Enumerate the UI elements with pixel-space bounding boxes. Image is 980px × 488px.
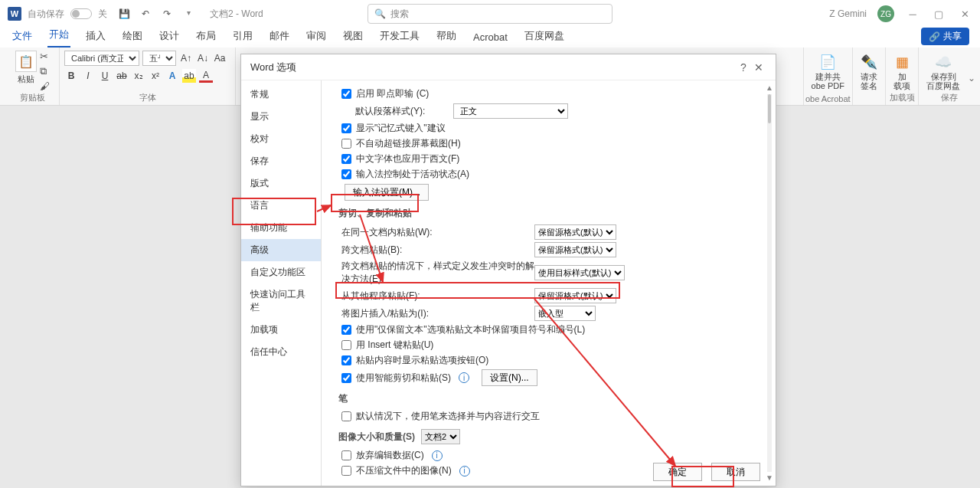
- nav-customize-ribbon[interactable]: 自定义功能区: [241, 261, 321, 283]
- font-size-select[interactable]: 五号: [142, 51, 176, 66]
- maximize-button[interactable]: ▢: [931, 8, 946, 20]
- save-icon[interactable]: 💾: [118, 8, 130, 19]
- dialog-close-icon[interactable]: ✕: [751, 61, 766, 74]
- increase-font-icon[interactable]: A↑: [179, 51, 193, 65]
- chk-enable-clicktype[interactable]: [341, 89, 351, 99]
- info-icon[interactable]: i: [459, 466, 470, 477]
- tab-review[interactable]: 审阅: [305, 26, 328, 47]
- nav-save[interactable]: 保存: [241, 150, 321, 172]
- decrease-font-icon[interactable]: A↓: [196, 51, 210, 65]
- dialog-scroll-area[interactable]: 启用 即点即输 (C) 默认段落样式(Y): 正文 显示"记忆式键入"建议 不自…: [322, 80, 765, 486]
- qat-more-icon[interactable]: ▾: [182, 8, 194, 19]
- search-placeholder: 搜索: [390, 8, 409, 21]
- tab-layout[interactable]: 布局: [194, 26, 217, 47]
- minimize-button[interactable]: ─: [905, 8, 920, 20]
- tab-references[interactable]: 引用: [231, 26, 254, 47]
- btn-smart-settings[interactable]: 设置(N)...: [482, 369, 537, 386]
- chk-no-compress[interactable]: [341, 466, 351, 476]
- format-painter-icon[interactable]: 🖌: [40, 80, 50, 92]
- chk-ime-active[interactable]: [341, 169, 351, 179]
- scroll-thumb[interactable]: [768, 94, 771, 123]
- chk-show-paste-options[interactable]: [341, 355, 351, 365]
- search-box[interactable]: 🔍 搜索: [368, 4, 612, 24]
- request-sign-button[interactable]: ✒️ 请求签名: [852, 47, 885, 105]
- tab-insert[interactable]: 插入: [84, 26, 107, 47]
- user-avatar[interactable]: ZG: [877, 5, 894, 22]
- paste-icon[interactable]: 📋: [15, 51, 37, 72]
- nav-trust[interactable]: 信任中心: [241, 341, 321, 363]
- nav-advanced[interactable]: 高级: [241, 239, 321, 261]
- nav-display[interactable]: 显示: [241, 106, 321, 128]
- italic-icon[interactable]: I: [81, 69, 95, 83]
- strike-icon[interactable]: ab: [115, 69, 129, 83]
- tab-developer[interactable]: 开发工具: [378, 26, 421, 47]
- font-color-icon[interactable]: A: [199, 69, 213, 83]
- share-button[interactable]: 🔗共享: [921, 28, 969, 45]
- copy-icon[interactable]: ⧉: [40, 65, 50, 77]
- tab-file[interactable]: 文件: [11, 26, 34, 47]
- ribbon-collapse-icon[interactable]: ⌄: [968, 73, 975, 84]
- chk-discard-editdata[interactable]: [341, 450, 351, 460]
- save-group-label: 保存: [919, 92, 980, 103]
- tab-view[interactable]: 视图: [341, 26, 364, 47]
- chk-smart-cut-paste[interactable]: [341, 373, 351, 383]
- ribbon-tabs: 文件 开始 插入 绘图 设计 布局 引用 邮件 审阅 视图 开发工具 帮助 Ac…: [0, 28, 980, 47]
- nav-general[interactable]: 常规: [241, 84, 321, 106]
- chk-pen-default[interactable]: [341, 411, 351, 421]
- change-case-icon[interactable]: Aa: [213, 51, 227, 65]
- search-icon: 🔍: [374, 8, 386, 19]
- sel-paste-otherapp[interactable]: 保留源格式(默认): [534, 288, 616, 303]
- chk-insertkey-paste[interactable]: [341, 340, 351, 350]
- sel-paste-image[interactable]: 嵌入型: [534, 306, 596, 321]
- sel-paste-crossdoc[interactable]: 保留源格式(默认): [534, 242, 616, 257]
- tab-acrobat[interactable]: Acrobat: [472, 28, 509, 47]
- nav-proofing[interactable]: 校对: [241, 128, 321, 150]
- nav-typography[interactable]: 版式: [241, 172, 321, 195]
- sel-paste-conflict[interactable]: 使用目标样式(默认): [534, 265, 625, 280]
- title-bar: W 自动保存 关 💾 ↶ ↷ ▾ 文档2 - Word 🔍 搜索 Z Gemin…: [0, 0, 980, 28]
- addins-button[interactable]: ▦ 加载项 加载项: [885, 47, 918, 105]
- sel-image-target[interactable]: 文档2: [421, 429, 460, 444]
- lbl-ime-active: 输入法控制处于活动状态(A): [356, 168, 469, 181]
- chk-keep-bullets[interactable]: [341, 325, 351, 335]
- btn-ime-settings[interactable]: 输入法设置(M)...: [345, 184, 429, 201]
- ok-button[interactable]: 确定: [653, 463, 702, 481]
- dialog-scrollbar[interactable]: ▲ ▼: [765, 84, 774, 483]
- redo-icon[interactable]: ↷: [161, 8, 173, 19]
- superscript-icon[interactable]: x²: [149, 69, 162, 83]
- underline-icon[interactable]: U: [98, 69, 112, 83]
- undo-icon[interactable]: ↶: [139, 8, 152, 19]
- info-icon[interactable]: i: [459, 372, 469, 383]
- tab-home[interactable]: 开始: [47, 25, 70, 47]
- scroll-up-icon[interactable]: ▲: [765, 84, 774, 93]
- nav-quick-access[interactable]: 快速访问工具栏: [241, 283, 321, 319]
- tab-mailings[interactable]: 邮件: [268, 26, 291, 47]
- highlight-icon[interactable]: ab: [182, 69, 196, 83]
- text-effects-icon[interactable]: A: [165, 69, 179, 83]
- nav-language[interactable]: 语言: [241, 195, 321, 217]
- chk-no-autohyperlink[interactable]: [341, 139, 351, 149]
- tab-baidu[interactable]: 百度网盘: [523, 26, 566, 47]
- font-name-select[interactable]: Calibri (西文正文): [64, 51, 139, 66]
- subscript-icon[interactable]: x₂: [132, 69, 145, 83]
- close-button[interactable]: ✕: [957, 8, 972, 20]
- tab-help[interactable]: 帮助: [435, 26, 458, 47]
- chk-show-autosuggest[interactable]: [341, 123, 351, 133]
- nav-accessibility[interactable]: 辅助功能: [241, 217, 321, 239]
- tab-draw[interactable]: 绘图: [121, 26, 144, 47]
- chk-cjk-westernfont[interactable]: [341, 154, 351, 164]
- lbl-enable-clicktype: 启用 即点即输 (C): [356, 87, 429, 100]
- sel-default-para[interactable]: 正文: [453, 103, 568, 119]
- create-pdf-button[interactable]: 📄 建并共obe PDF obe Acrobat: [803, 47, 852, 105]
- scroll-down-icon[interactable]: ▼: [765, 473, 774, 483]
- cut-icon[interactable]: ✂: [40, 51, 50, 62]
- bold-icon[interactable]: B: [64, 69, 78, 83]
- sel-paste-samedoc[interactable]: 保留源格式(默认): [534, 224, 616, 240]
- info-icon[interactable]: i: [432, 450, 443, 461]
- tab-design[interactable]: 设计: [158, 26, 181, 47]
- nav-addins[interactable]: 加载项: [241, 319, 321, 341]
- autosave-toggle[interactable]: 自动保存 关: [28, 8, 107, 21]
- cancel-button[interactable]: 取消: [711, 463, 760, 481]
- dialog-help-icon[interactable]: ?: [736, 61, 751, 74]
- lbl-paste-samedoc: 在同一文档内粘贴(W):: [341, 226, 534, 239]
